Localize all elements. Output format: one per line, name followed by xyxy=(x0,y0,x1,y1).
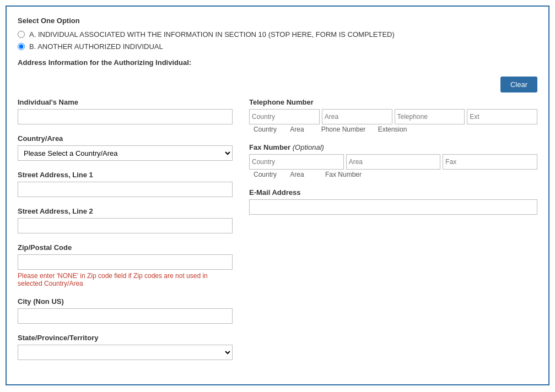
fax-group: Fax Number (Optional) Country Area Fax N… xyxy=(249,143,537,178)
state-select[interactable] xyxy=(18,345,233,360)
select-one-label: Select One Option xyxy=(18,17,537,25)
clear-row: Clear xyxy=(18,77,537,92)
left-column: Individual's Name Country/Area Please Se… xyxy=(18,98,233,370)
street1-input[interactable] xyxy=(18,182,233,197)
tel-country-sublabel: Country xyxy=(249,126,281,133)
fax-country-input[interactable] xyxy=(249,154,344,170)
fax-sublabels: Country Area Fax Number xyxy=(249,171,537,178)
city-label: City (Non US) xyxy=(18,297,233,306)
fax-label: Fax Number (Optional) xyxy=(249,143,537,151)
street2-input[interactable] xyxy=(18,218,233,233)
option-b-row: B. ANOTHER AUTHORIZED INDIVIDUAL xyxy=(18,42,537,51)
telephone-sublabels: Country Area Phone Number Extension xyxy=(249,126,537,133)
option-b-label: B. ANOTHER AUTHORIZED INDIVIDUAL xyxy=(29,42,163,51)
tel-area-input[interactable] xyxy=(322,109,392,124)
fax-area-sublabel: Area xyxy=(283,171,311,178)
country-area-group: Country/Area Please Select a Country/Are… xyxy=(18,134,233,161)
fax-fax-input[interactable] xyxy=(443,154,537,170)
clear-button[interactable]: Clear xyxy=(500,77,537,92)
email-label: E-Mail Address xyxy=(249,188,537,197)
option-a-radio[interactable] xyxy=(18,31,25,38)
fax-country-sublabel: Country xyxy=(249,171,281,178)
telephone-group: Telephone Number Country Area Phone Numb… xyxy=(249,98,537,133)
city-input[interactable] xyxy=(18,308,233,324)
option-a-row: A. INDIVIDUAL ASSOCIATED WITH THE INFORM… xyxy=(18,30,537,39)
country-area-label: Country/Area xyxy=(18,134,233,143)
fax-fax-sublabel: Fax Number xyxy=(313,171,374,178)
tel-ext-sublabel: Extension xyxy=(376,126,409,133)
state-label: State/Province/Territory xyxy=(18,334,233,342)
telephone-label: Telephone Number xyxy=(249,98,537,106)
tel-country-input[interactable] xyxy=(249,109,320,124)
fax-optional: (Optional) xyxy=(293,143,324,151)
telephone-fields xyxy=(249,109,537,124)
option-a-label: A. INDIVIDUAL ASSOCIATED WITH THE INFORM… xyxy=(29,30,395,39)
city-group: City (Non US) xyxy=(18,297,233,324)
zip-label: Zip/Postal Code xyxy=(18,243,233,252)
email-input[interactable] xyxy=(249,199,537,215)
state-group: State/Province/Territory xyxy=(18,334,233,360)
tel-phone-sublabel: Phone Number xyxy=(313,126,374,133)
zip-hint: Please enter 'NONE' in Zip code field if… xyxy=(18,272,233,287)
individuals-name-input[interactable] xyxy=(18,109,233,124)
individuals-name-group: Individual's Name xyxy=(18,98,233,124)
right-column: Telephone Number Country Area Phone Numb… xyxy=(249,98,537,225)
street2-label: Street Address, Line 2 xyxy=(18,207,233,215)
tel-phone-input[interactable] xyxy=(395,109,465,124)
tel-ext-input[interactable] xyxy=(467,109,537,124)
street1-label: Street Address, Line 1 xyxy=(18,171,233,179)
option-b-radio[interactable] xyxy=(18,43,25,50)
individuals-name-label: Individual's Name xyxy=(18,98,233,106)
fax-area-input[interactable] xyxy=(346,154,441,170)
address-section-title: Address Information for the Authorizing … xyxy=(18,58,537,67)
street2-group: Street Address, Line 2 xyxy=(18,207,233,233)
zip-input[interactable] xyxy=(18,254,233,270)
form-container: Select One Option A. INDIVIDUAL ASSOCIAT… xyxy=(6,6,549,385)
country-area-select[interactable]: Please Select a Country/Area xyxy=(18,145,233,161)
email-group: E-Mail Address xyxy=(249,188,537,215)
tel-area-sublabel: Area xyxy=(283,126,311,133)
street1-group: Street Address, Line 1 xyxy=(18,171,233,197)
fax-fields xyxy=(249,154,537,170)
zip-group: Zip/Postal Code Please enter 'NONE' in Z… xyxy=(18,243,233,287)
form-columns: Individual's Name Country/Area Please Se… xyxy=(18,98,537,370)
